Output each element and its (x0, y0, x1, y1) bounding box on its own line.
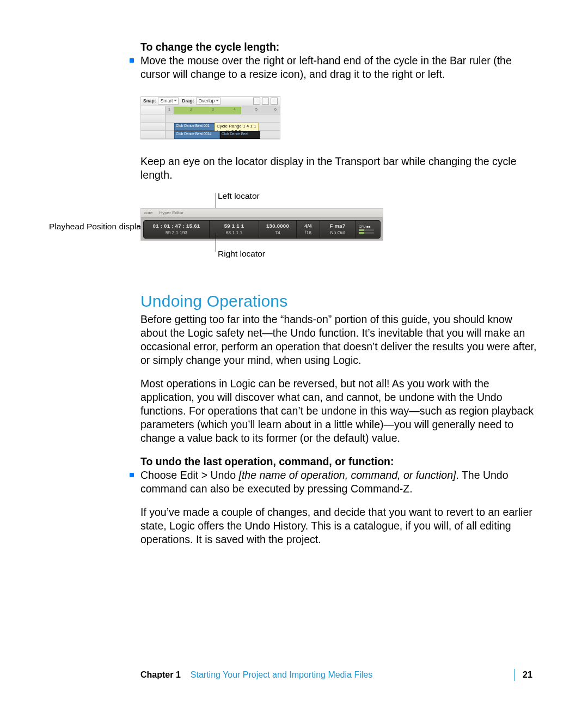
undoing-operations-heading: Undoing Operations (140, 291, 539, 312)
tab-core: core (141, 210, 156, 216)
fig1-toolbar: Snap: Smart Drag: Overlap (141, 97, 280, 106)
ruler-tick: 4 (234, 107, 236, 112)
cycle-length-heading: To change the cycle length: (140, 40, 539, 54)
drag-label: Drag: (182, 98, 194, 104)
cpu-label: CPU ■■ (359, 225, 381, 229)
footer-chapter: Chapter 1 (140, 670, 181, 680)
lcd-sig-l1: 4/4 (300, 223, 316, 229)
page-footer: Chapter 1 Starting Your Project and Impo… (140, 670, 372, 680)
cycle-length-bullet-text: Move the mouse over the right or left-ha… (140, 54, 539, 81)
cycle-region (174, 107, 241, 114)
ruler-tick: 1 (168, 107, 170, 112)
right-locator-label: Right locator (218, 249, 265, 258)
undo-p1: Before getting too far into the “hands-o… (140, 313, 539, 367)
after-fig1-text: Keep an eye on the locator display in th… (140, 155, 539, 182)
lcd-loc-l2: 63 1 1 1 (213, 230, 255, 236)
figure-transport-wrap: Left locator Playhead Position display c… (49, 192, 539, 259)
lcd-meters: CPU ■■ (356, 221, 384, 238)
track-head (141, 131, 166, 138)
tab-hyper-editor: Hyper Editor (156, 210, 187, 216)
fig1-ruler: 1 2 3 4 5 6 (141, 106, 280, 114)
ruler-tick: 6 (274, 107, 277, 112)
lcd-key-l1: F ma7 (323, 223, 352, 229)
left-locator-label: Left locator (218, 192, 260, 200)
tooltip-line1: Cycle Range 1 4 1 1 (217, 124, 256, 129)
scissors-tool-icon (271, 98, 278, 105)
transport-tabs: core Hyper Editor (141, 209, 383, 218)
lcd-position: 01 : 01 : 47 : 15.61 59 2 1 193 (144, 221, 210, 238)
lcd-tempo: 130.0000 74 (259, 221, 297, 238)
figure-bar-ruler: Snap: Smart Drag: Overlap 1 2 3 4 5 6 (140, 96, 280, 139)
track-row (141, 114, 280, 123)
undo-p3: If you’ve made a couple of changes, and … (140, 506, 539, 546)
lcd-locators: 59 1 1 1 63 1 1 1 (210, 221, 259, 238)
meter-bar (359, 232, 374, 234)
ruler-tick: 2 (190, 107, 192, 112)
bullet-icon (130, 473, 134, 477)
undo-bullet-row: Choose Edit > Undo [the name of operatio… (140, 468, 539, 496)
ruler-tick: 3 (212, 107, 214, 112)
lcd-pos-l2: 59 2 1 193 (147, 230, 206, 236)
lcd-sig-l2: /16 (300, 230, 316, 236)
ruler-tick: 5 (255, 107, 258, 112)
bullet-icon (130, 58, 134, 63)
track-row: Club Dance Beat 001# Club Dance Beat (141, 131, 280, 139)
region-selected: Club Dance Beat (220, 131, 260, 139)
lcd-tempo-l1: 130.0000 (262, 223, 293, 229)
undo-bullet-pre: Choose Edit > Undo (140, 469, 239, 481)
track-row: Club Dance Beat 001 Cycle Range 1 4 1 1 … (141, 123, 280, 131)
track-head (141, 114, 166, 122)
drag-dropdown: Overlap (196, 98, 221, 105)
pencil-tool-icon (262, 98, 269, 105)
playhead-label: Playhead Position display (49, 222, 145, 231)
lcd-signature: 4/4 /16 (297, 221, 320, 238)
lcd-pos-l1: 01 : 01 : 47 : 15.61 (147, 223, 206, 229)
track-body: Club Dance Beat 001 Cycle Range 1 4 1 1 … (166, 123, 280, 130)
fig1-tracks: Club Dance Beat 001 Cycle Range 1 4 1 1 … (141, 114, 280, 139)
main-content: To change the cycle length: Move the mou… (140, 40, 539, 546)
lcd-key: F ma7 No Out (320, 221, 356, 238)
lcd-loc-l1: 59 1 1 1 (213, 223, 255, 229)
track-head (141, 123, 166, 130)
undo-bullet-text: Choose Edit > Undo [the name of operatio… (140, 468, 539, 496)
snap-label: Snap: (143, 98, 156, 104)
pointer-tool-icon (253, 98, 260, 105)
footer-separator (514, 669, 514, 681)
undo-p2: Most operations in Logic can be reversed… (140, 377, 539, 445)
region-blue: Club Dance Beat 001# (174, 131, 220, 139)
page-root: To change the cycle length: Move the mou… (0, 0, 588, 706)
undo-bullet-em: [the name of operation, command, or func… (239, 469, 456, 481)
footer-page-number: 21 (523, 670, 532, 680)
right-locator-lead (216, 233, 216, 252)
ruler-track-head (141, 106, 166, 114)
transport-bar: core Hyper Editor 01 : 01 : 47 : 15.61 5… (140, 208, 383, 241)
lcd-key-l2: No Out (323, 230, 352, 236)
transport-lcd: 01 : 01 : 47 : 15.61 59 2 1 193 59 1 1 1… (143, 220, 381, 239)
snap-dropdown: Smart (158, 98, 179, 105)
track-body (166, 114, 280, 122)
track-body: Club Dance Beat 001# Club Dance Beat (166, 131, 280, 138)
cycle-length-bullet-row: Move the mouse over the right or left-ha… (140, 54, 539, 81)
fig1-tool-group (253, 98, 278, 105)
meter-bar (359, 229, 374, 231)
footer-title: Starting Your Project and Importing Medi… (191, 670, 372, 680)
undo-subheading: To undo the last operation, command, or … (140, 455, 539, 468)
meter-bars (359, 229, 381, 234)
lcd-tempo-l2: 74 (262, 230, 293, 236)
